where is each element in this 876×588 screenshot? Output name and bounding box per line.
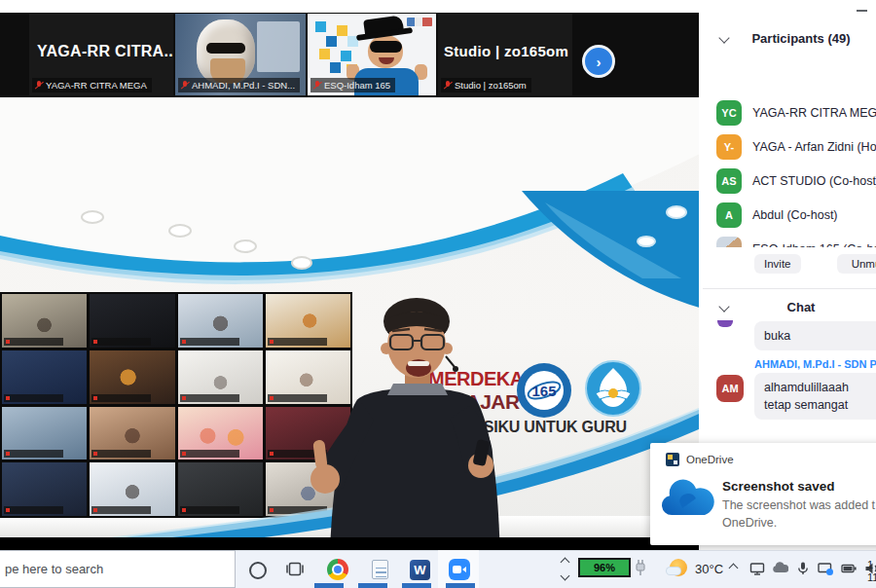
participant-name: YAGA-RR CITRA MEGA (Me	[752, 106, 876, 120]
battery-tray-icon[interactable]	[841, 561, 858, 576]
participant-avatar: YC	[716, 100, 742, 126]
display-tray-icon[interactable]	[749, 561, 765, 576]
wall-video-tile	[90, 350, 174, 404]
muted-mic-icon	[181, 81, 189, 91]
weather-sun-icon[interactable]	[670, 559, 687, 576]
running-app-indicator	[402, 583, 431, 588]
toast-title: Screenshot saved	[722, 479, 835, 494]
microphone-tray-icon[interactable]	[795, 561, 811, 576]
participant-row[interactable]: ESQ-Idham 165 (Co-host)	[716, 232, 876, 247]
wall-video-tile	[2, 294, 87, 348]
thumbnail-label: YAGA-RR CITRA MEGA	[32, 78, 152, 92]
onedrive-app-icon	[666, 453, 679, 466]
participant-avatar: A	[716, 202, 742, 228]
participant-name: ACT STUDIO (Co-host)	[752, 174, 876, 188]
onedrive-cloud-icon	[658, 478, 718, 521]
onedrive-notification[interactable]: OneDrive Screenshot saved The screenshot…	[650, 443, 876, 545]
chat-avatar: AM	[716, 375, 744, 402]
next-videos-button[interactable]: ›	[582, 45, 615, 78]
backdrop-logos	[407, 18, 432, 26]
wall-video-tile	[2, 350, 87, 404]
muted-mic-icon	[444, 81, 452, 91]
zoom-app-icon[interactable]	[449, 559, 470, 580]
onedrive-tray-icon[interactable]	[772, 561, 788, 576]
taskbar-search-input[interactable]	[3, 561, 221, 577]
wall-video-tile	[90, 294, 174, 348]
word-icon[interactable]: W	[410, 560, 430, 580]
wall-video-tile	[266, 350, 350, 404]
thumbnail-label: ESQ-Idham 165	[310, 78, 395, 92]
plug-icon	[635, 560, 646, 576]
chrome-icon[interactable]	[327, 559, 348, 580]
muted-mic-icon	[313, 81, 321, 91]
toast-app-name: OneDrive	[686, 454, 734, 465]
chevron-right-icon: ›	[597, 55, 602, 69]
invite-button[interactable]: Invite	[754, 254, 801, 274]
thumbnail-display-name: YAGA-RR CITRA...	[37, 43, 173, 60]
temperature-label[interactable]: 30°C	[695, 562, 723, 576]
participant-name: ESQ-Idham 165 (Co-host)	[752, 242, 876, 248]
participant-row[interactable]: Y- YAGA - Arfan Zidni (Host)	[716, 129, 876, 164]
video-thumbnail-esq-idham[interactable]: ESQ-Idham 165	[308, 14, 436, 95]
participants-list: YC YAGA-RR CITRA MEGA (Me Y- YAGA - Arfa…	[716, 95, 876, 247]
participant-row[interactable]: A Abdul (Co-host)	[716, 198, 876, 232]
screen-share-tray-icon[interactable]	[818, 561, 834, 576]
video-thumbnail-studio[interactable]: Studio | zo165om Studio | zo165om	[438, 14, 572, 95]
battery-percentage-widget[interactable]: 96%	[578, 558, 631, 577]
video-thumbnail-yaga[interactable]: YAGA-RR CITRA... YAGA-RR CITRA MEGA	[29, 14, 173, 95]
wall-video-tile	[266, 462, 350, 516]
main-speaker-video[interactable]: MERDEKA BELAJAR KU, INSPIRASIKU UNTUK GU…	[0, 97, 706, 550]
video-thumbnail-strip: YAGA-RR CITRA... YAGA-RR CITRA MEGA AHMA…	[0, 13, 699, 97]
wall-video-tile	[178, 294, 263, 348]
participant-avatar: Y-	[716, 134, 742, 160]
participant-row[interactable]: YC YAGA-RR CITRA MEGA (Me	[716, 95, 876, 129]
wall-video-tile	[2, 462, 87, 516]
participants-header: Participants (49)	[720, 29, 876, 47]
backdrop-title-belajar: BELAJAR	[426, 390, 520, 414]
backdrop-tagline: KU, INSPIRASIKU UNTUK GURU	[391, 419, 627, 436]
studio-floor	[0, 516, 706, 537]
notepad-icon[interactable]	[372, 560, 388, 579]
video-thumbnail-ahmadi[interactable]: AHMADI, M.Pd.I - SDN...	[175, 14, 306, 95]
muted-mic-icon	[35, 81, 43, 91]
participant-avatar: AS	[716, 168, 742, 194]
system-tray	[749, 561, 876, 576]
taskbar-search[interactable]	[0, 550, 236, 588]
screen: YAGA-RR CITRA... YAGA-RR CITRA MEGA AHMA…	[0, 0, 876, 588]
cortana-icon[interactable]	[249, 562, 267, 579]
participant-avatar	[716, 237, 742, 248]
running-app-indicator	[358, 583, 387, 588]
wall-video-tile	[178, 407, 263, 460]
eye-mask	[370, 41, 402, 53]
wall-video-tile	[178, 350, 263, 404]
chat-avatar-partial	[717, 320, 733, 327]
minimize-panel-button[interactable]	[857, 10, 867, 12]
thumbnail-label: AHMADI, M.Pd.I - SDN...	[178, 78, 300, 92]
chat-title: Chat	[728, 300, 874, 314]
sunglasses	[206, 43, 245, 54]
wall-video-tile	[266, 294, 350, 348]
svg-text:165: 165	[531, 383, 556, 399]
chat-header: Chat	[720, 298, 876, 315]
participant-name: YAGA - Arfan Zidni (Host)	[752, 140, 876, 154]
unmute-all-button[interactable]: Unmu	[837, 254, 876, 274]
task-view-icon[interactable]	[286, 561, 304, 577]
toast-header: OneDrive	[666, 453, 734, 466]
toast-body-line1: The screenshot was added t	[722, 497, 875, 515]
virtual-studio-scene: MERDEKA BELAJAR KU, INSPIRASIKU UNTUK GU…	[0, 97, 706, 537]
running-app-indicator	[446, 583, 475, 588]
chat-message: buka	[754, 321, 876, 350]
panel-divider	[703, 288, 876, 289]
taskbar-clock[interactable]: 1 11	[867, 559, 876, 584]
wall-video-tile	[2, 407, 87, 460]
participant-name: Abdul (Co-host)	[752, 208, 838, 222]
participant-row[interactable]: AS ACT STUDIO (Co-host)	[716, 164, 876, 198]
chat-message-sender: AHMADI, M.Pd.I - SDN PA...	[754, 358, 876, 370]
participants-title: Participants (49)	[728, 31, 874, 46]
wall-video-tile	[266, 407, 350, 460]
participant-video-wall	[0, 292, 352, 518]
window-background	[257, 21, 300, 72]
toast-body-line2: OneDrive.	[722, 515, 777, 533]
wall-video-tile	[90, 407, 174, 460]
thumbnail-label: Studio | zo165om	[441, 78, 531, 92]
